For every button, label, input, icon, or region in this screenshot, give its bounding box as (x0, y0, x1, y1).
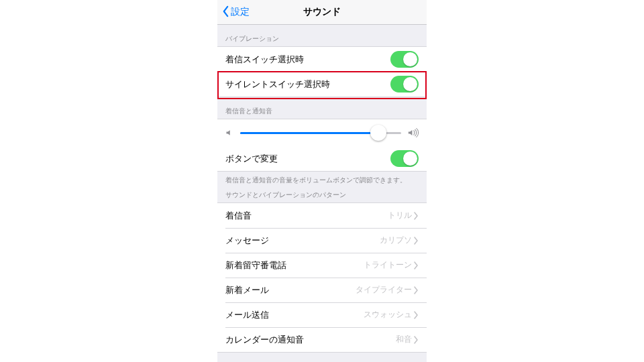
chevron-right-icon (413, 237, 419, 245)
phone-screen: 設定 サウンド バイブレーション 着信スイッチ選択時 サイレントスイッチ選択時 … (217, 0, 427, 362)
row-value: トリル (388, 210, 412, 221)
chevron-right-icon (413, 311, 419, 319)
row-label: 新着留守番電話 (225, 259, 364, 272)
page-title: サウンド (303, 6, 341, 18)
row-value: カリプソ (380, 235, 412, 246)
row-ringer-switch[interactable]: 着信スイッチ選択時 (217, 47, 427, 72)
volume-slider-row (217, 119, 427, 146)
toggle-ringer[interactable] (390, 51, 419, 68)
section-header-ringtones: 着信音と通知音 (217, 97, 427, 119)
slider-thumb[interactable] (370, 125, 386, 141)
row-value: 和音 (396, 334, 412, 345)
patterns-group: 着信音トリルメッセージカリプソ新着留守番電話トライトーン新着メールタイプライター… (217, 202, 427, 353)
row-label: 着信スイッチ選択時 (225, 54, 390, 66)
row-value: トライトーン (364, 259, 412, 271)
volume-slider[interactable] (240, 132, 401, 134)
chevron-right-icon (413, 286, 419, 294)
speaker-min-icon (225, 129, 233, 137)
row-label: メール送信 (225, 309, 364, 321)
list-item[interactable]: カレンダーの通知音和音 (217, 327, 427, 352)
speaker-max-icon (408, 128, 419, 137)
list-item[interactable]: 新着メールタイプライター (217, 278, 427, 302)
back-label: 設定 (231, 6, 250, 18)
back-button[interactable]: 設定 (221, 0, 250, 24)
toggle-button-change[interactable] (390, 150, 419, 167)
row-label: ボタンで変更 (225, 153, 390, 165)
list-item[interactable]: 着信音トリル (217, 203, 427, 228)
list-item[interactable]: 新着留守番電話トライトーン (217, 253, 427, 278)
row-label: カレンダーの通知音 (225, 334, 396, 346)
row-label: 着信音 (225, 210, 388, 222)
row-value: タイプライター (356, 284, 412, 296)
navbar: 設定 サウンド (217, 0, 427, 25)
section-header-vibration: バイブレーション (217, 25, 427, 46)
stage: 設定 サウンド バイブレーション 着信スイッチ選択時 サイレントスイッチ選択時 … (0, 0, 644, 362)
row-label: 新着メール (225, 284, 356, 296)
toggle-silent[interactable] (390, 76, 419, 93)
row-label: サイレントスイッチ選択時 (225, 78, 390, 90)
chevron-left-icon (221, 5, 231, 19)
chevron-right-icon (413, 261, 419, 269)
list-item[interactable]: メール送信スウォッシュ (217, 302, 427, 327)
row-value: スウォッシュ (364, 309, 412, 320)
list-item[interactable]: メッセージカリプソ (217, 228, 427, 253)
section-footer-button-change: 着信音と通知音の音量をボリュームボタンで調節できます。 (217, 172, 427, 186)
row-button-change[interactable]: ボタンで変更 (217, 146, 427, 171)
row-label: メッセージ (225, 235, 380, 247)
chevron-right-icon (413, 212, 419, 220)
ringtones-group: ボタンで変更 (217, 119, 427, 172)
vibration-group: 着信スイッチ選択時 サイレントスイッチ選択時 (217, 46, 427, 97)
section-header-patterns: サウンドとバイブレーションのパターン (217, 186, 427, 202)
row-silent-switch[interactable]: サイレントスイッチ選択時 (217, 72, 427, 97)
chevron-right-icon (413, 336, 419, 344)
